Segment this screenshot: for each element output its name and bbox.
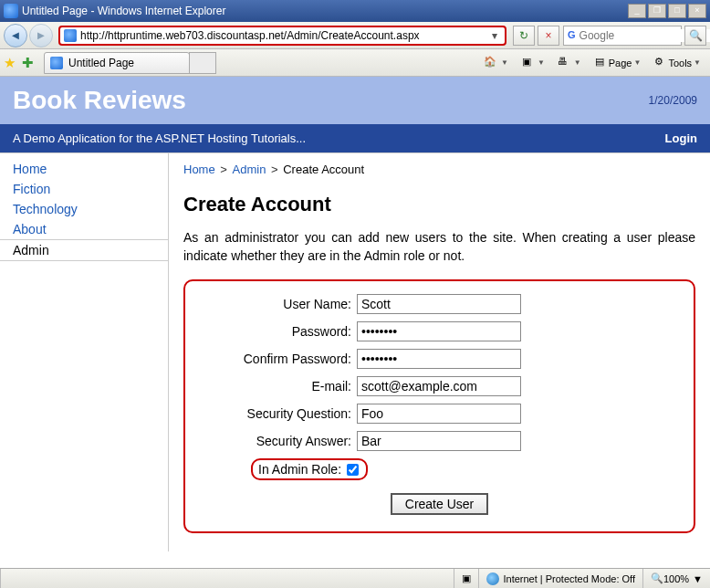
security-zone[interactable]: Internet | Protected Mode: Off — [478, 569, 642, 588]
print-menu[interactable]: 🖶▼ — [552, 56, 585, 70]
favorites-icon[interactable]: ★ — [4, 55, 20, 71]
feeds-menu[interactable]: ▣▼ — [516, 56, 548, 70]
security-question-input[interactable] — [357, 404, 521, 424]
site-title: Book Reviews — [13, 86, 649, 115]
window-titlebar: Untitled Page - Windows Internet Explore… — [0, 0, 710, 22]
breadcrumb-current: Create Account — [283, 163, 364, 176]
tab-toolbar: ★ ✚ Untitled Page 🏠▼ ▣▼ 🖶▼ ▤Page▼ ⚙Tools… — [0, 49, 710, 77]
admin-role-checkbox[interactable] — [347, 464, 359, 476]
sidebar: Home Fiction Technology About Admin — [0, 153, 169, 551]
security-question-label: Security Question: — [202, 406, 357, 421]
address-bar[interactable]: ▾ — [58, 26, 506, 46]
sidebar-item-technology[interactable]: Technology — [0, 199, 168, 219]
sidebar-item-fiction[interactable]: Fiction — [0, 179, 168, 199]
site-banner: Book Reviews 1/20/2009 — [0, 77, 710, 124]
banner-date: 1/20/2009 — [649, 94, 697, 107]
back-button[interactable]: ◄ — [4, 24, 27, 47]
home-icon: 🏠 — [483, 56, 497, 70]
tab-favicon — [50, 57, 63, 69]
minimize-button[interactable]: _ — [628, 4, 646, 18]
admin-role-highlight: In Admin Role: — [251, 458, 368, 480]
ie-icon — [4, 4, 18, 18]
status-bar: ▣ Internet | Protected Mode: Off 🔍 100% … — [0, 568, 710, 588]
page-content: Book Reviews 1/20/2009 A Demo Applicatio… — [0, 77, 710, 551]
confirm-password-label: Confirm Password: — [202, 352, 357, 366]
security-answer-label: Security Answer: — [202, 434, 357, 448]
maximize-button[interactable]: □ — [668, 4, 686, 18]
create-user-form: User Name: Password: Confirm Password: E… — [183, 279, 695, 533]
forward-button[interactable]: ► — [29, 24, 53, 47]
page-menu[interactable]: ▤Page▼ — [589, 56, 645, 70]
zoom-icon: 🔍 — [651, 572, 663, 584]
print-icon: 🖶 — [556, 56, 570, 70]
username-input[interactable] — [357, 294, 521, 314]
stop-button[interactable]: × — [538, 26, 559, 46]
create-user-button[interactable]: Create User — [391, 493, 488, 515]
browser-tab[interactable]: Untitled Page — [44, 52, 190, 74]
rss-icon: ▣ — [519, 56, 534, 70]
add-favorite-icon[interactable]: ✚ — [22, 55, 38, 71]
sub-banner: A Demo Application for the ASP.NET Hosti… — [0, 124, 710, 152]
search-box[interactable]: G — [563, 26, 682, 46]
home-menu[interactable]: 🏠▼ — [479, 56, 512, 70]
password-input[interactable] — [357, 321, 521, 341]
email-label: E-mail: — [202, 379, 357, 394]
refresh-button[interactable]: ↻ — [513, 26, 535, 46]
tools-menu[interactable]: ⚙Tools▼ — [648, 56, 705, 70]
globe-icon — [486, 572, 499, 585]
sidebar-item-admin[interactable]: Admin — [0, 239, 168, 261]
confirm-password-input[interactable] — [357, 349, 521, 369]
tab-title: Untitled Page — [68, 57, 134, 69]
url-input[interactable] — [80, 29, 488, 42]
window-title: Untitled Page - Windows Internet Explore… — [22, 5, 626, 17]
intro-text: As an administrator you can add new user… — [183, 229, 695, 265]
google-icon: G — [568, 29, 576, 42]
sidebar-item-home[interactable]: Home — [0, 159, 168, 179]
page-icon-menu: ▤ — [592, 56, 607, 70]
email-input[interactable] — [357, 376, 521, 396]
password-label: Password: — [202, 324, 357, 339]
restore-button[interactable]: ❐ — [648, 4, 666, 18]
admin-role-label: In Admin Role: — [258, 462, 347, 477]
close-button[interactable]: × — [688, 4, 706, 18]
breadcrumb: Home > Admin > Create Account — [183, 163, 695, 176]
new-tab-button[interactable] — [189, 52, 216, 74]
username-label: User Name: — [202, 297, 357, 311]
zoom-control[interactable]: 🔍 100% ▼ — [642, 569, 710, 588]
status-unknown-icon[interactable]: ▣ — [454, 569, 478, 588]
security-answer-input[interactable] — [357, 431, 521, 451]
main-content: Home > Admin > Create Account Create Acc… — [169, 153, 710, 551]
address-toolbar: ◄ ► ▾ ↻ × G 🔍 — [0, 22, 710, 49]
tagline: A Demo Application for the ASP.NET Hosti… — [13, 131, 665, 145]
page-icon — [64, 29, 77, 42]
gear-icon: ⚙ — [652, 56, 666, 70]
search-button[interactable]: 🔍 — [684, 26, 706, 46]
page-heading: Create Account — [183, 193, 695, 216]
login-link[interactable]: Login — [665, 131, 697, 145]
breadcrumb-home[interactable]: Home — [183, 163, 215, 176]
address-dropdown[interactable]: ▾ — [488, 29, 501, 42]
sidebar-item-about[interactable]: About — [0, 219, 168, 239]
breadcrumb-admin[interactable]: Admin — [233, 163, 266, 176]
